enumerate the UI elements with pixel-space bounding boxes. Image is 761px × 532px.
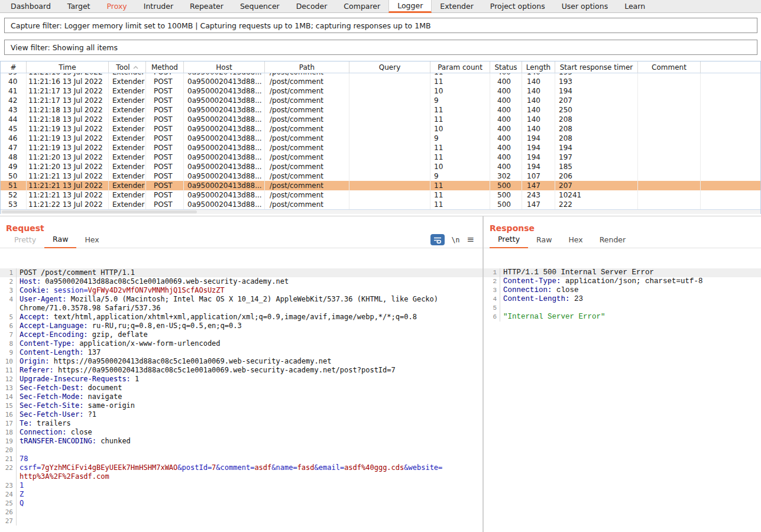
editor-menu-icon[interactable]: ≡	[467, 235, 474, 244]
table-row-44[interactable]: 4411:21:18 13 Jul 2022ExtenderPOST0a9500…	[1, 115, 760, 124]
cell-param: 11	[430, 143, 490, 153]
request-editor[interactable]: 1POST /post/comment HTTP/1.12Host: 0a950…	[0, 268, 482, 532]
response-tab-pretty[interactable]: Pretty	[490, 232, 528, 248]
table-row-41[interactable]: 4111:21:17 13 Jul 2022ExtenderPOST0a9500…	[1, 86, 760, 96]
horizontal-scrollbar-thumb[interactable]	[2, 210, 197, 213]
cell-tool: Extender	[109, 200, 146, 209]
cell-filler	[701, 86, 760, 96]
table-row-43[interactable]: 4311:21:18 13 Jul 2022ExtenderPOST0a9500…	[1, 105, 760, 115]
column-header-length[interactable]: Length	[522, 61, 555, 73]
column-header-host[interactable]: Host	[184, 61, 265, 73]
cell-query	[349, 190, 430, 200]
column-header-start-response-timer[interactable]: Start response timer	[555, 61, 638, 73]
cell-filler	[701, 124, 760, 134]
response-tab-render[interactable]: Render	[591, 233, 634, 248]
column-header-comment[interactable]: Comment	[638, 61, 701, 73]
table-body[interactable]: 3911:21:16 13 Jul 2022ExtenderPOST0a9500…	[1, 73, 760, 209]
cell-tool: Extender	[109, 124, 146, 134]
table-row-53[interactable]: 5311:21:22 13 Jul 2022ExtenderPOST0a9500…	[1, 200, 760, 209]
line-content: Sec-Fetch-Dest: document	[17, 384, 122, 392]
cell-time: 11:21:19 13 Jul 2022	[27, 143, 109, 153]
column-header-status[interactable]: Status	[490, 61, 522, 73]
column-label: Param count	[438, 63, 482, 72]
cell-host: 0a9500020413d88...	[184, 115, 265, 124]
main-tab-user-options[interactable]: User options	[553, 0, 617, 12]
request-tab-pretty[interactable]: Pretty	[6, 233, 44, 248]
line-number: 14	[0, 392, 17, 401]
column-header-method[interactable]: Method	[146, 61, 184, 73]
cell-status: 500	[490, 200, 522, 209]
cell-method: POST	[146, 134, 184, 143]
cell-num: 45	[1, 124, 27, 134]
cell-length: 147	[522, 200, 555, 209]
table-row-50[interactable]: 5011:21:21 13 Jul 2022ExtenderPOST0a9500…	[1, 171, 760, 181]
column-header-param-count[interactable]: Param count	[430, 61, 490, 73]
editor-line: 13Sec-Fetch-Dest: document	[0, 384, 482, 392]
main-tab-logger[interactable]: Logger	[388, 0, 432, 13]
main-tab-sequencer[interactable]: Sequencer	[232, 0, 288, 12]
main-tab-project-options[interactable]: Project options	[482, 0, 553, 12]
cell-method: POST	[146, 181, 184, 190]
cell-host: 0a9500020413d88...	[184, 124, 265, 134]
cell-method: POST	[146, 105, 184, 115]
editor-line: 19tRANSFER-ENCODING: chunked	[0, 437, 482, 446]
line-number: 3	[484, 286, 500, 295]
table-row-49[interactable]: 4911:21:20 13 Jul 2022ExtenderPOST0a9500…	[1, 162, 760, 171]
cell-filler	[701, 171, 760, 181]
column-header-query[interactable]: Query	[349, 61, 430, 73]
horizontal-scrollbar[interactable]	[1, 209, 760, 214]
table-row-52[interactable]: 5211:21:21 13 Jul 2022ExtenderPOST0a9500…	[1, 190, 760, 200]
line-content: Cookie: session=VgFWy4D2vMfON7vMNMhjQ1Sc…	[17, 286, 225, 295]
line-number: 8	[0, 339, 17, 348]
line-content: Connection: close	[17, 428, 92, 437]
column-header-path[interactable]: Path	[265, 61, 349, 73]
cell-filler	[701, 181, 760, 190]
newline-icon[interactable]: \n	[452, 236, 460, 244]
main-tab-comparer[interactable]: Comparer	[335, 0, 388, 12]
main-tab-target[interactable]: Target	[59, 0, 99, 12]
main-tab-dashboard[interactable]: Dashboard	[2, 0, 59, 12]
line-content: Origin: https://0a9500020413d88ac08c5c1e…	[17, 357, 331, 366]
cell-timer: 185	[555, 162, 638, 171]
line-number: 4	[484, 295, 500, 304]
cell-tool: Extender	[109, 190, 146, 200]
main-tab-intruder[interactable]: Intruder	[135, 0, 182, 12]
cell-tool: Extender	[109, 134, 146, 143]
cell-param: 11	[430, 115, 490, 124]
line-number: 21	[0, 455, 17, 463]
table-row-51[interactable]: 5111:21:21 13 Jul 2022ExtenderPOST0a9500…	[1, 181, 760, 190]
cell-comment	[638, 162, 701, 171]
column-header-tool[interactable]: Tool	[109, 61, 146, 73]
table-row-40[interactable]: 4011:21:16 13 Jul 2022ExtenderPOST0a9500…	[1, 77, 760, 86]
line-number: 16	[0, 410, 17, 419]
response-editor[interactable]: 1HTTP/1.1 500 Internal Server Error2Cont…	[484, 268, 761, 532]
table-row-45[interactable]: 4511:21:19 13 Jul 2022ExtenderPOST0a9500…	[1, 124, 760, 134]
request-tab-raw[interactable]: Raw	[44, 232, 76, 248]
column-header-time[interactable]: Time	[27, 61, 109, 73]
line-content	[17, 508, 20, 517]
main-tab-learn[interactable]: Learn	[616, 0, 653, 12]
response-tab-hex[interactable]: Hex	[560, 233, 591, 248]
response-tab-raw[interactable]: Raw	[528, 233, 560, 248]
line-content	[500, 304, 503, 313]
capture-filter-bar[interactable]: Capture filter: Logger memory limit set …	[4, 18, 757, 33]
table-row-48[interactable]: 4811:21:20 13 Jul 2022ExtenderPOST0a9500…	[1, 153, 760, 162]
cell-length: 147	[522, 181, 555, 190]
cell-host: 0a9500020413d88...	[184, 77, 265, 86]
main-tab-extender[interactable]: Extender	[432, 0, 482, 12]
cell-timer: 222	[555, 200, 638, 209]
main-tab-decoder[interactable]: Decoder	[288, 0, 336, 12]
column-header-num[interactable]: #	[1, 61, 27, 73]
main-tab-proxy[interactable]: Proxy	[99, 0, 135, 12]
cell-length: 194	[522, 153, 555, 162]
table-row-47[interactable]: 4711:21:19 13 Jul 2022ExtenderPOST0a9500…	[1, 143, 760, 153]
main-tab-repeater[interactable]: Repeater	[182, 0, 232, 12]
table-row-46[interactable]: 4611:21:19 13 Jul 2022ExtenderPOST0a9500…	[1, 134, 760, 143]
table-row-42[interactable]: 4211:21:17 13 Jul 2022ExtenderPOST0a9500…	[1, 96, 760, 105]
editor-line: 7Accept-Encoding: gzip, deflate	[0, 330, 482, 339]
word-wrap-toggle-icon[interactable]	[430, 234, 445, 245]
view-filter-bar[interactable]: View filter: Showing all items	[4, 40, 757, 55]
request-tab-hex[interactable]: Hex	[76, 233, 107, 248]
cell-param: 10	[430, 86, 490, 96]
cell-filler	[701, 190, 760, 200]
